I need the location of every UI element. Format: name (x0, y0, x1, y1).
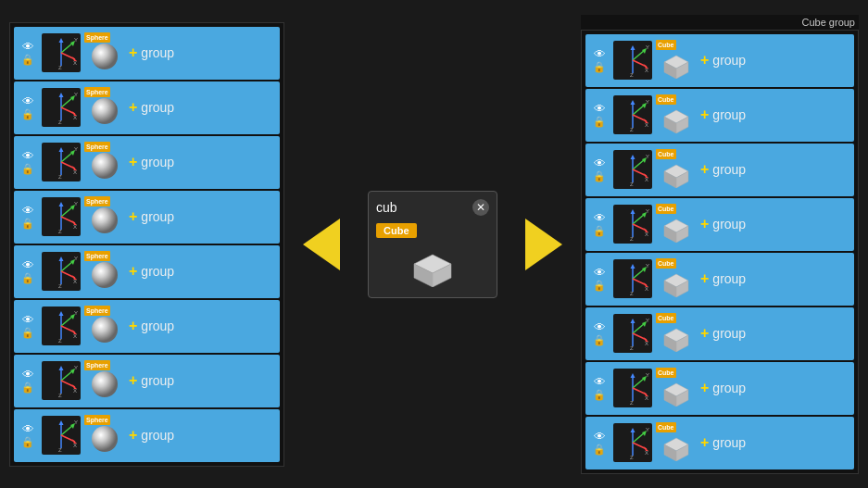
svg-text:Z: Z (58, 229, 62, 234)
panel-row: 👁 🔒 Z Y X Cube + group (585, 198, 854, 251)
group-label: + group (700, 52, 850, 69)
lock-icon: 🔒 (21, 382, 34, 393)
svg-text:Z: Z (58, 65, 62, 70)
group-text: group (712, 53, 746, 68)
eye-icon: 👁 (594, 48, 606, 60)
visibility-lock-icons: 👁 🔒 (589, 267, 610, 291)
axis-widget: Z Y X (42, 361, 81, 400)
svg-point-65 (92, 317, 118, 343)
group-label: + group (129, 44, 276, 61)
svg-text:Z: Z (58, 174, 62, 180)
visibility-lock-icons: 👁 🔒 (18, 259, 38, 283)
left-arrow-icon (303, 219, 340, 270)
svg-point-32 (92, 153, 118, 179)
svg-text:Y: Y (74, 92, 78, 97)
visibility-lock-icons: 👁 🔒 (18, 95, 38, 119)
eye-icon: 👁 (22, 150, 34, 162)
lock-icon: 🔒 (21, 55, 34, 65)
visibility-lock-icons: 👁 🔒 (589, 48, 610, 72)
eye-icon: 👁 (22, 95, 34, 107)
svg-text:Y: Y (74, 310, 78, 316)
lock-icon: 🔒 (593, 226, 606, 236)
panel-row: 👁 🔒 Z Y X Cube + group (585, 307, 854, 360)
popup-thumbnail (376, 244, 489, 290)
group-text: group (712, 271, 746, 286)
right-arrow-container (507, 219, 581, 270)
group-text: group (141, 45, 174, 60)
svg-text:Y: Y (646, 154, 649, 159)
svg-text:Y: Y (646, 372, 649, 378)
plus-icon: + (700, 161, 709, 178)
group-label: + group (129, 372, 276, 389)
eye-icon: 👁 (594, 321, 606, 333)
svg-text:Z: Z (630, 72, 634, 78)
panel-row: 👁 🔒 Z Y X Sphere (14, 355, 280, 407)
svg-text:Z: Z (58, 393, 62, 398)
right-panel: 👁 🔒 Z Y X Cube + group 👁 🔒 (581, 30, 859, 474)
panel-row: 👁 🔒 Z Y X Cube + group (585, 144, 854, 196)
group-label: + group (129, 99, 276, 116)
svg-text:X: X (645, 395, 648, 401)
panel-row: 👁 🔒 Z Y X Sphere (14, 245, 280, 298)
axis-widget: Z Y X (42, 143, 81, 181)
svg-text:X: X (73, 60, 77, 66)
panel-row: 👁 🔒 Z Y X Sphere (14, 191, 280, 244)
group-label: + group (700, 325, 850, 342)
visibility-lock-icons: 👁 🔒 (589, 157, 610, 181)
eye-icon: 👁 (22, 41, 34, 53)
axis-widget: Z Y X (613, 41, 652, 80)
svg-point-87 (92, 426, 118, 452)
plus-icon: + (129, 427, 137, 444)
svg-text:X: X (645, 450, 648, 456)
eye-icon: 👁 (22, 205, 34, 217)
plus-icon: + (129, 372, 137, 389)
plus-icon: + (700, 216, 709, 232)
plus-icon: + (129, 44, 137, 61)
svg-text:Z: Z (630, 400, 634, 406)
svg-text:Z: Z (58, 119, 62, 125)
svg-point-76 (92, 371, 118, 397)
popup-close-icon: ✕ (476, 201, 485, 214)
panel-row: 👁 🔒 Z Y X Cube + group (585, 362, 854, 415)
plus-icon: + (700, 325, 709, 342)
lock-icon: 🔒 (21, 109, 34, 119)
middle-section: cub ✕ Cube (359, 191, 507, 298)
svg-text:X: X (73, 115, 77, 120)
eye-icon: 👁 (22, 259, 34, 271)
lock-icon: 🔒 (21, 164, 34, 174)
axis-widget: Z Y X (42, 197, 81, 236)
axis-widget: Z Y X (613, 314, 652, 353)
axis-widget: Z Y X (613, 95, 652, 134)
svg-text:X: X (645, 341, 648, 346)
svg-text:Z: Z (58, 283, 62, 289)
popup-close-button[interactable]: ✕ (472, 199, 489, 216)
panel-row: 👁 🔒 Z Y X Cube + group (585, 253, 854, 306)
group-text: group (141, 209, 174, 224)
lock-icon: 🔒 (593, 171, 606, 181)
axis-widget: Z Y X (42, 88, 81, 127)
visibility-lock-icons: 👁 🔒 (589, 321, 610, 345)
visibility-lock-icons: 👁 🔒 (18, 205, 38, 229)
plus-icon: + (129, 263, 137, 280)
axis-widget: Z Y X (613, 369, 652, 407)
svg-text:X: X (645, 231, 648, 237)
visibility-lock-icons: 👁 🔒 (589, 376, 610, 400)
visibility-lock-icons: 👁 🔒 (589, 431, 610, 455)
lock-icon: 🔒 (593, 444, 606, 455)
lock-icon: 🔒 (21, 273, 34, 283)
lock-icon: 🔒 (593, 117, 606, 127)
svg-text:Y: Y (646, 318, 649, 323)
plus-icon: + (129, 99, 137, 116)
svg-point-54 (92, 262, 118, 288)
eye-icon: 👁 (22, 314, 34, 326)
panel-row: 👁 🔒 Z Y X Cube + group (585, 89, 854, 142)
svg-text:Z: Z (58, 447, 62, 453)
popup-header: cub ✕ (376, 199, 489, 216)
svg-text:Z: Z (630, 291, 634, 296)
svg-text:Y: Y (74, 365, 78, 370)
svg-text:Z: Z (630, 236, 634, 242)
axis-widget: Z Y X (613, 150, 652, 189)
svg-text:Y: Y (646, 44, 649, 50)
group-label: + group (700, 434, 850, 451)
plus-icon: + (700, 434, 709, 451)
